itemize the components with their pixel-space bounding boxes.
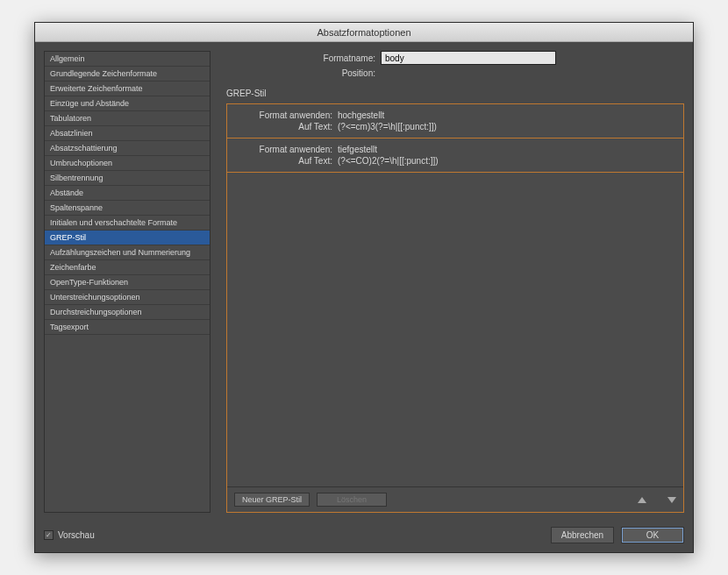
sidebar-item[interactable]: Einzüge und Abstände [45, 96, 210, 111]
sidebar-item[interactable]: Zeichenfarbe [45, 260, 210, 275]
move-up-icon[interactable] [638, 497, 646, 503]
sidebar-item[interactable]: GREP-Stil [45, 231, 210, 245]
paragraph-style-options-dialog: Absatzformatoptionen AllgemeinGrundlegen… [34, 22, 694, 553]
sidebar-item[interactable]: Grundlegende Zeichenformate [45, 67, 210, 82]
grep-format-label: Format anwenden: [227, 110, 332, 120]
preview-label: Vorschau [58, 530, 95, 540]
format-name-row: Formatname: [226, 51, 684, 65]
sidebar-item[interactable]: Spaltenspanne [45, 201, 210, 216]
grep-style-panel: Format anwenden:hochgestelltAuf Text:(?<… [226, 103, 684, 513]
dialog-footer: ✓ Vorschau Abbrechen OK [35, 522, 693, 552]
grep-style-entry[interactable]: Format anwenden:hochgestelltAuf Text:(?<… [227, 104, 683, 138]
main-row: AllgemeinGrundlegende ZeichenformateErwe… [44, 51, 684, 513]
checkbox-icon[interactable]: ✓ [44, 530, 54, 540]
grep-style-entry[interactable]: Format anwenden:tiefgestelltAuf Text:(?<… [227, 138, 683, 173]
sidebar-item[interactable]: Durchstreichungsoptionen [45, 305, 210, 320]
sidebar-item[interactable]: Allgemein [45, 52, 210, 67]
sidebar-item[interactable]: Absatzlinien [45, 126, 210, 141]
grep-text-value[interactable]: (?<=CO)2(?=\h|[[:punct:]]) [338, 156, 439, 166]
titlebar: Absatzformatoptionen [35, 23, 693, 42]
grep-format-label: Format anwenden: [227, 145, 332, 154]
dialog-body: AllgemeinGrundlegende ZeichenformateErwe… [35, 42, 693, 522]
position-row: Position: [226, 68, 684, 78]
format-name-input[interactable] [381, 51, 556, 65]
section-title: GREP-Stil [226, 89, 684, 98]
position-label: Position: [226, 68, 375, 78]
grep-text-label: Auf Text: [227, 156, 332, 166]
sidebar-item[interactable]: Unterstreichungsoptionen [45, 290, 210, 305]
sidebar-filler [45, 335, 210, 512]
sidebar-item[interactable]: Umbruchoptionen [45, 156, 210, 171]
category-sidebar: AllgemeinGrundlegende ZeichenformateErwe… [44, 51, 211, 513]
grep-format-value[interactable]: tiefgestellt [338, 145, 377, 154]
sidebar-item[interactable]: Erweiterte Zeichenformate [45, 82, 210, 96]
sidebar-item[interactable]: Tagsexport [45, 320, 210, 335]
format-name-label: Formatname: [226, 53, 375, 63]
content-panel: Formatname: Position: GREP-Stil Format a… [226, 51, 684, 513]
header-fields: Formatname: Position: [226, 51, 684, 89]
grep-text-value[interactable]: (?<=cm)3(?=\h|[[:punct:]]) [338, 122, 437, 131]
new-grep-style-button[interactable]: Neuer GREP-Stil [234, 493, 310, 507]
sidebar-item[interactable]: OpenType-Funktionen [45, 275, 210, 290]
sidebar-item[interactable]: Aufzählungszeichen und Nummerierung [45, 245, 210, 260]
dialog-title: Absatzformatoptionen [317, 27, 410, 38]
sidebar-item[interactable]: Absatzschattierung [45, 141, 210, 156]
preview-checkbox-row[interactable]: ✓ Vorschau [44, 530, 95, 540]
grep-text-label: Auf Text: [227, 122, 332, 131]
grep-format-value[interactable]: hochgestellt [338, 110, 384, 120]
cancel-button[interactable]: Abbrechen [551, 527, 614, 543]
delete-grep-style-button[interactable]: Löschen [317, 493, 387, 507]
grep-style-list: Format anwenden:hochgestelltAuf Text:(?<… [227, 104, 683, 486]
ok-button[interactable]: OK [621, 527, 684, 543]
sidebar-item[interactable]: Initialen und verschachtelte Formate [45, 216, 210, 231]
sidebar-item[interactable]: Tabulatoren [45, 111, 210, 126]
grep-panel-footer: Neuer GREP-Stil Löschen [227, 486, 683, 512]
move-down-icon[interactable] [667, 497, 676, 503]
sidebar-item[interactable]: Silbentrennung [45, 171, 210, 186]
sidebar-item[interactable]: Abstände [45, 186, 210, 201]
